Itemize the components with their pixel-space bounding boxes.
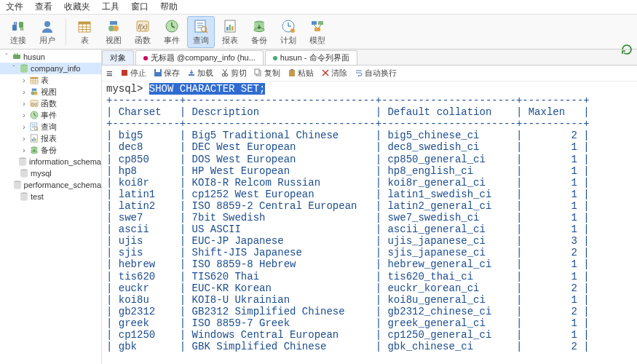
menubar: 文件查看收藏夹工具窗口帮助 [0,0,637,15]
toolbar-model-button[interactable]: 模型 [304,16,331,48]
action-save[interactable]: 保存 [154,68,180,79]
action-copy[interactable]: 复制 [254,68,280,79]
toolbar-event-button[interactable]: 事件 [158,16,186,48]
action-cut[interactable]: 剪切 [221,68,247,79]
toolbar-view-button[interactable]: 视图 [100,16,127,48]
svg-rect-67 [32,139,33,141]
toolbar-label: 模型 [309,35,325,46]
tree-child-fx[interactable]: ›f(x)函数 [0,98,101,109]
expand-icon[interactable]: › [20,123,28,131]
svg-rect-8 [79,22,90,25]
tree-label: test [31,192,44,201]
tab-1[interactable]: 无标题 @company_info (hu... [135,50,264,65]
tab-label: 对象 [110,52,126,63]
stop-icon [120,68,129,79]
toolbar-label: 函数 [135,35,151,46]
svg-rect-37 [312,21,317,25]
svg-rect-44 [17,53,17,55]
expand-icon[interactable]: › [20,76,28,84]
tree-label: performance_schema [24,181,101,189]
refresh-icon[interactable] [621,44,633,55]
tree-db-information_schema[interactable]: information_schema [0,156,101,167]
svg-rect-43 [15,53,15,55]
query-icon [193,18,209,34]
tree-child-query[interactable]: ›查询 [0,121,101,132]
sidebar-tree[interactable]: ˇhusunˇcompany_info›表›视图›f(x)函数›事件›查询›报表… [0,50,102,364]
sched-icon [280,18,296,34]
tree-icon [29,145,39,155]
action-stop[interactable]: 停止 [120,68,146,79]
svg-rect-79 [189,74,194,76]
load-icon [187,68,196,79]
action-clear[interactable]: 清除 [321,68,347,79]
tree-child-table[interactable]: ›表 [0,74,101,86]
tree-label: 查询 [41,122,57,132]
tree-db-company[interactable]: ˇcompany_info [0,63,101,74]
tree-child-report[interactable]: ›报表 [0,132,101,144]
svg-rect-15 [110,21,117,25]
svg-rect-47 [31,77,38,79]
expand-icon[interactable]: › [20,88,28,96]
menu-查看[interactable]: 查看 [35,1,52,13]
user-icon [39,18,55,34]
toolbar-backup-button[interactable]: 备份 [245,16,273,48]
tab-2[interactable]: husun - 命令列界面 [265,50,357,65]
tree-label: information_schema [29,157,101,166]
menu-文件[interactable]: 文件 [6,1,23,13]
toolbar-function-button[interactable]: f(x)函数 [129,16,157,48]
svg-rect-2 [16,22,17,25]
tree-icon [29,87,39,97]
expand-icon[interactable]: ˇ [3,53,10,61]
toolbar-label: 备份 [251,35,267,46]
expand-icon[interactable]: ˇ [10,65,17,73]
toolbar-report-button[interactable]: 报表 [216,16,244,48]
svg-rect-39 [314,28,320,31]
expand-icon[interactable]: › [20,100,28,108]
save-icon [154,68,162,79]
hamburger-icon[interactable]: ≡ [106,67,113,79]
tree-child-clock[interactable]: ›事件 [0,109,101,121]
toolbar-query-button[interactable]: 查询 [187,16,215,48]
toolbar-table-button[interactable]: 表 [71,16,98,48]
tree-db-mysql[interactable]: mysql [0,167,101,179]
svg-rect-3 [19,22,23,28]
svg-rect-42 [13,55,20,59]
tree-label: 函数 [41,98,57,109]
clock-icon [164,18,180,34]
svg-rect-29 [229,25,232,31]
toolbar-user-button[interactable]: 用户 [33,16,61,48]
expand-icon[interactable]: › [20,111,28,119]
tab-0[interactable]: 对象 [102,50,134,65]
tree-db-performance_schema[interactable]: performance_schema [0,179,101,191]
tree-child-backup[interactable]: ›备份 [0,144,101,156]
tree-label: 备份 [41,145,57,156]
action-load[interactable]: 加载 [187,68,213,79]
svg-rect-30 [232,26,234,31]
tab-strip: 对象无标题 @company_info (hu...husun - 命令列界面 [102,50,637,66]
expand-icon[interactable]: › [20,135,28,143]
action-paste[interactable]: 粘贴 [288,68,314,79]
expand-icon[interactable]: › [20,146,28,154]
plug-icon [10,18,26,34]
tree-child-view[interactable]: ›视图 [0,86,101,98]
menu-收藏夹[interactable]: 收藏夹 [64,1,90,13]
toolbar-schedule-button[interactable]: 计划 [274,16,302,48]
svg-rect-76 [122,70,127,76]
sql-console[interactable]: mysql> SHOW CHARACTER SET; +-----------+… [102,82,637,364]
menu-帮助[interactable]: 帮助 [160,1,178,13]
svg-rect-5 [23,28,24,31]
toolbar-connection-button[interactable]: 连接 [4,16,32,48]
tree-label: 事件 [41,110,57,121]
tab-label: 无标题 @company_info (hu... [151,52,256,63]
action-label: 加载 [197,68,213,79]
action-wrap[interactable]: 自动换行 [355,68,397,79]
tree-connection[interactable]: ˇhusun [0,51,101,63]
menu-窗口[interactable]: 窗口 [131,1,149,13]
svg-text:f(x): f(x) [138,23,148,31]
tree-icon [19,191,29,202]
menu-工具[interactable]: 工具 [102,1,119,13]
paste-icon [288,68,296,79]
svg-rect-28 [226,27,229,31]
svg-rect-86 [289,70,295,76]
tree-db-test[interactable]: test [0,191,101,202]
